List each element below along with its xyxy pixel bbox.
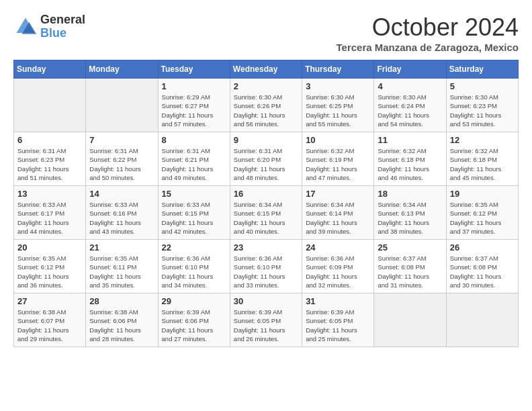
calendar-week-row: 13Sunrise: 6:33 AM Sunset: 6:17 PM Dayli…	[14, 186, 519, 240]
day-number: 13	[17, 189, 82, 199]
day-number: 17	[306, 189, 370, 199]
day-number: 15	[162, 189, 226, 199]
calendar-cell: 9Sunrise: 6:31 AM Sunset: 6:20 PM Daylig…	[230, 132, 302, 186]
calendar-cell: 11Sunrise: 6:32 AM Sunset: 6:18 PM Dayli…	[374, 132, 446, 186]
calendar-cell: 8Sunrise: 6:31 AM Sunset: 6:21 PM Daylig…	[158, 132, 230, 186]
day-info: Sunrise: 6:36 AM Sunset: 6:10 PM Dayligh…	[162, 254, 226, 289]
day-info: Sunrise: 6:32 AM Sunset: 6:18 PM Dayligh…	[450, 146, 515, 182]
logo-text: General Blue	[40, 13, 85, 40]
day-number: 8	[162, 135, 226, 145]
day-info: Sunrise: 6:30 AM Sunset: 6:25 PM Dayligh…	[306, 93, 370, 128]
page-header: General Blue October 2024 Tercera Manzan…	[13, 13, 519, 53]
day-number: 2	[234, 81, 298, 91]
day-info: Sunrise: 6:39 AM Sunset: 6:05 PM Dayligh…	[306, 308, 370, 343]
day-number: 24	[306, 242, 370, 253]
day-number: 18	[378, 189, 442, 199]
calendar-week-row: 27Sunrise: 6:38 AM Sunset: 6:07 PM Dayli…	[14, 293, 519, 347]
day-number: 14	[89, 189, 154, 199]
calendar-cell: 24Sunrise: 6:36 AM Sunset: 6:09 PM Dayli…	[302, 240, 374, 293]
day-number: 27	[17, 296, 82, 306]
day-number: 6	[17, 135, 82, 145]
day-number: 29	[162, 296, 226, 306]
calendar-cell: 16Sunrise: 6:34 AM Sunset: 6:15 PM Dayli…	[230, 186, 302, 240]
calendar-cell: 6Sunrise: 6:31 AM Sunset: 6:23 PM Daylig…	[14, 132, 86, 186]
logo-line1: General	[40, 13, 85, 27]
calendar-cell: 20Sunrise: 6:35 AM Sunset: 6:12 PM Dayli…	[14, 240, 86, 293]
day-number: 4	[378, 81, 442, 91]
logo-line2: Blue	[40, 27, 85, 40]
day-info: Sunrise: 6:38 AM Sunset: 6:07 PM Dayligh…	[17, 308, 82, 343]
day-info: Sunrise: 6:36 AM Sunset: 6:09 PM Dayligh…	[306, 254, 370, 289]
day-info: Sunrise: 6:38 AM Sunset: 6:06 PM Dayligh…	[89, 308, 154, 343]
day-number: 7	[89, 135, 154, 145]
calendar-cell: 17Sunrise: 6:34 AM Sunset: 6:14 PM Dayli…	[302, 186, 374, 240]
day-info: Sunrise: 6:35 AM Sunset: 6:12 PM Dayligh…	[450, 200, 515, 236]
day-info: Sunrise: 6:34 AM Sunset: 6:15 PM Dayligh…	[234, 200, 298, 236]
header-cell-monday: Monday	[86, 60, 158, 79]
calendar-cell: 23Sunrise: 6:36 AM Sunset: 6:10 PM Dayli…	[230, 240, 302, 293]
day-info: Sunrise: 6:33 AM Sunset: 6:16 PM Dayligh…	[89, 200, 154, 236]
day-number: 3	[306, 81, 370, 91]
day-number: 26	[450, 242, 515, 253]
calendar-cell: 28Sunrise: 6:38 AM Sunset: 6:06 PM Dayli…	[86, 293, 158, 347]
logo: General Blue	[13, 13, 85, 40]
month-title: October 2024	[337, 13, 519, 42]
calendar-cell	[14, 79, 86, 132]
day-info: Sunrise: 6:32 AM Sunset: 6:18 PM Dayligh…	[378, 146, 442, 182]
day-info: Sunrise: 6:30 AM Sunset: 6:24 PM Dayligh…	[378, 93, 442, 128]
logo-icon	[13, 15, 38, 39]
day-info: Sunrise: 6:35 AM Sunset: 6:11 PM Dayligh…	[89, 254, 154, 289]
header-cell-friday: Friday	[374, 60, 446, 79]
calendar-cell: 31Sunrise: 6:39 AM Sunset: 6:05 PM Dayli…	[302, 293, 374, 347]
calendar-cell: 13Sunrise: 6:33 AM Sunset: 6:17 PM Dayli…	[14, 186, 86, 240]
day-number: 10	[306, 135, 370, 145]
day-number: 28	[89, 296, 154, 306]
header-cell-sunday: Sunday	[14, 60, 86, 79]
day-info: Sunrise: 6:31 AM Sunset: 6:21 PM Dayligh…	[162, 146, 226, 182]
calendar-cell: 25Sunrise: 6:37 AM Sunset: 6:08 PM Dayli…	[374, 240, 446, 293]
day-number: 23	[234, 242, 298, 253]
header-cell-wednesday: Wednesday	[230, 60, 302, 79]
calendar-cell: 1Sunrise: 6:29 AM Sunset: 6:27 PM Daylig…	[158, 79, 230, 132]
day-info: Sunrise: 6:39 AM Sunset: 6:06 PM Dayligh…	[162, 308, 226, 343]
location-title: Tercera Manzana de Zaragoza, Mexico	[337, 42, 519, 53]
day-info: Sunrise: 6:30 AM Sunset: 6:23 PM Dayligh…	[450, 93, 515, 128]
calendar-cell: 7Sunrise: 6:31 AM Sunset: 6:22 PM Daylig…	[86, 132, 158, 186]
calendar-cell: 4Sunrise: 6:30 AM Sunset: 6:24 PM Daylig…	[374, 79, 446, 132]
day-info: Sunrise: 6:31 AM Sunset: 6:23 PM Dayligh…	[17, 146, 82, 182]
header-cell-thursday: Thursday	[302, 60, 374, 79]
calendar-cell: 29Sunrise: 6:39 AM Sunset: 6:06 PM Dayli…	[158, 293, 230, 347]
day-info: Sunrise: 6:29 AM Sunset: 6:27 PM Dayligh…	[162, 93, 226, 128]
day-number: 5	[450, 81, 515, 91]
calendar-cell	[86, 79, 158, 132]
header-cell-saturday: Saturday	[446, 60, 518, 79]
day-info: Sunrise: 6:32 AM Sunset: 6:19 PM Dayligh…	[306, 146, 370, 182]
day-info: Sunrise: 6:31 AM Sunset: 6:22 PM Dayligh…	[89, 146, 154, 182]
day-info: Sunrise: 6:31 AM Sunset: 6:20 PM Dayligh…	[234, 146, 298, 182]
calendar-cell: 26Sunrise: 6:37 AM Sunset: 6:08 PM Dayli…	[446, 240, 518, 293]
day-info: Sunrise: 6:34 AM Sunset: 6:13 PM Dayligh…	[378, 200, 442, 236]
calendar-week-row: 6Sunrise: 6:31 AM Sunset: 6:23 PM Daylig…	[14, 132, 519, 186]
day-info: Sunrise: 6:35 AM Sunset: 6:12 PM Dayligh…	[17, 254, 82, 289]
day-number: 11	[378, 135, 442, 145]
calendar-cell: 22Sunrise: 6:36 AM Sunset: 6:10 PM Dayli…	[158, 240, 230, 293]
calendar-cell: 27Sunrise: 6:38 AM Sunset: 6:07 PM Dayli…	[14, 293, 86, 347]
calendar-cell: 18Sunrise: 6:34 AM Sunset: 6:13 PM Dayli…	[374, 186, 446, 240]
day-number: 20	[17, 242, 82, 253]
day-info: Sunrise: 6:33 AM Sunset: 6:17 PM Dayligh…	[17, 200, 82, 236]
day-info: Sunrise: 6:33 AM Sunset: 6:15 PM Dayligh…	[162, 200, 226, 236]
calendar-week-row: 1Sunrise: 6:29 AM Sunset: 6:27 PM Daylig…	[14, 79, 519, 132]
day-info: Sunrise: 6:34 AM Sunset: 6:14 PM Dayligh…	[306, 200, 370, 236]
day-info: Sunrise: 6:37 AM Sunset: 6:08 PM Dayligh…	[378, 254, 442, 289]
day-info: Sunrise: 6:30 AM Sunset: 6:26 PM Dayligh…	[234, 93, 298, 128]
day-number: 16	[234, 189, 298, 199]
day-number: 9	[234, 135, 298, 145]
day-number: 19	[450, 189, 515, 199]
day-number: 12	[450, 135, 515, 145]
header-cell-tuesday: Tuesday	[158, 60, 230, 79]
day-info: Sunrise: 6:37 AM Sunset: 6:08 PM Dayligh…	[450, 254, 515, 289]
day-number: 31	[306, 296, 370, 306]
calendar-cell: 12Sunrise: 6:32 AM Sunset: 6:18 PM Dayli…	[446, 132, 518, 186]
calendar-cell: 15Sunrise: 6:33 AM Sunset: 6:15 PM Dayli…	[158, 186, 230, 240]
calendar-cell	[446, 293, 518, 347]
